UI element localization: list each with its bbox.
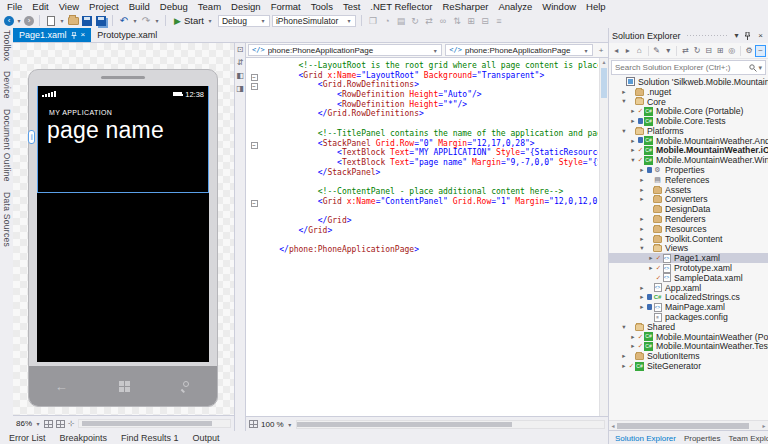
snapline-icon[interactable]: ⊹ [68, 419, 75, 428]
doc-tab-page1-xaml[interactable]: Page1.xaml× [13, 28, 91, 42]
tree-item-mobile-mountainweather-tests[interactable]: ▸✓Mobile.MountainWeather.Tests [609, 342, 768, 352]
menu-view[interactable]: View [54, 0, 84, 13]
menu-file[interactable]: File [2, 0, 27, 13]
link-disabled-icon[interactable]: ∞ [437, 15, 449, 27]
editor-horizontal-scrollbar[interactable] [296, 420, 605, 429]
new-file-dropdown-icon[interactable]: ▾ [59, 17, 65, 24]
tree-item-designdata[interactable]: DesignData [609, 204, 768, 214]
undo-icon[interactable]: ↶ [118, 15, 130, 27]
menu-debug[interactable]: Debug [155, 0, 193, 13]
tree-item-mobile-mountainweather-android[interactable]: ▸Mobile.MountainWeather.Android [609, 136, 768, 146]
pin-icon[interactable] [71, 32, 77, 39]
solution-explorer-header[interactable]: Solution Explorer ▾ × [609, 28, 768, 43]
expander-closed-icon[interactable]: ▸ [629, 107, 637, 115]
start-debug-button[interactable]: ▶ Start ▾ [171, 15, 216, 26]
show-grid-icon[interactable] [44, 420, 53, 428]
code-line[interactable] [248, 206, 598, 216]
search-input[interactable] [612, 63, 749, 72]
tree-item-solution-silkweb-mobile-mountainweather-8-projects-[interactable]: Solution 'Silkweb.Mobile.MountainWeather… [609, 77, 768, 87]
side-tab-data-sources[interactable]: Data Sources [2, 192, 12, 247]
panel-tab-error-list[interactable]: Error List [3, 433, 52, 443]
home-icon[interactable]: ⌂ [634, 45, 645, 57]
scroll-up-icon[interactable]: ▲ [600, 58, 608, 66]
tool-tab-team-explorer[interactable]: Team Explorer [724, 434, 768, 443]
history-disabled-icon[interactable]: ↻ [409, 15, 421, 27]
tree-item-mobile-mountainweather-ios[interactable]: ▸✓Mobile.MountainWeather.iOS [609, 146, 768, 156]
expander-closed-icon[interactable]: ▸ [638, 303, 646, 311]
panel-tab-find-results-1[interactable]: Find Results 1 [115, 433, 185, 443]
menu-format[interactable]: Format [266, 0, 306, 13]
expander-open-icon[interactable]: ▾ [620, 127, 628, 135]
navigate-forward-icon[interactable]: ▸ [623, 45, 634, 57]
swap-panes-icon[interactable]: ⊡ [237, 45, 244, 54]
tree-item-sitegenerator[interactable]: ▸✓SiteGenerator [609, 361, 768, 371]
close-icon[interactable]: × [81, 31, 86, 39]
save-icon[interactable] [81, 15, 93, 27]
element-dropdown-right[interactable]: </> phone:PhoneApplicationPage ▾ [445, 44, 593, 56]
expander-closed-icon[interactable]: ▸ [638, 293, 646, 301]
undo-dropdown-icon[interactable]: ▾ [132, 17, 138, 24]
tree-item-app-xaml[interactable]: ▸App.xaml [609, 283, 768, 293]
adorner-margin-handle[interactable]: ∥ [28, 130, 35, 144]
menu-build[interactable]: Build [124, 0, 155, 13]
expander-open-icon[interactable]: ▾ [620, 323, 628, 331]
tree-item-mainpage-xaml[interactable]: ▸MainPage.xaml [609, 302, 768, 312]
expander-closed-icon[interactable]: ▸ [638, 195, 646, 203]
designer-xaml-splitter[interactable]: ⊡⇵◧◨ [234, 43, 246, 431]
solution-explorer-search[interactable]: ▾ [611, 60, 766, 75]
solution-explorer-horizontal-scrollbar[interactable]: ◄ ► [609, 420, 768, 430]
sync-disabled-icon[interactable]: ⇅ [451, 15, 463, 27]
side-tab-document-outline[interactable]: Document Outline [2, 109, 12, 182]
open-file-icon[interactable] [67, 15, 79, 27]
menu-tools[interactable]: Tools [306, 0, 338, 13]
profiler-icon[interactable]: ◔ [381, 15, 393, 27]
fold-gutter[interactable]: − [248, 197, 260, 207]
code-line[interactable] [248, 119, 598, 129]
expand-xaml-icon[interactable]: ◨ [236, 84, 244, 93]
tree-item-toolkit-content[interactable]: ▸Toolkit.Content [609, 234, 768, 244]
expand-design-icon[interactable]: ◧ [236, 71, 244, 80]
navigate-back-icon[interactable]: ◂ [611, 45, 622, 57]
deployment-target-dropdown[interactable]: iPhoneSimulator ▾ [272, 15, 356, 27]
tree-item-converters[interactable]: ▸Converters [609, 195, 768, 205]
menu-edit[interactable]: Edit [27, 0, 53, 13]
code-line[interactable]: <!--TitlePanel contains the name of the … [248, 129, 598, 139]
navigate-back-dropdown-icon[interactable]: ▾ [16, 17, 22, 24]
tree-item-packages-config[interactable]: packages.config [609, 312, 768, 322]
tree-item-renderers[interactable]: ▸Renderers [609, 214, 768, 224]
zoom-dropdown-icon[interactable]: ▾ [287, 421, 293, 428]
menu-project[interactable]: Project [84, 0, 124, 13]
expander-closed-icon[interactable]: ▸ [638, 235, 646, 243]
expander-open-icon[interactable]: ▾ [629, 156, 637, 164]
drag-grip[interactable] [686, 34, 727, 38]
menu-analyze[interactable]: Analyze [493, 0, 537, 13]
redo-icon[interactable]: ↷ [140, 15, 152, 27]
shelve-disabled-icon[interactable]: ⊞ [465, 15, 477, 27]
code-line[interactable] [248, 177, 598, 187]
code-line[interactable]: </phone:PhoneApplicationPage> [248, 245, 598, 255]
navigate-forward-icon[interactable]: › [24, 16, 34, 26]
navigate-back-icon[interactable]: ‹ [4, 16, 14, 26]
tree-item-assets[interactable]: ▸Assets [609, 185, 768, 195]
code-line[interactable]: <RowDefinition Height="Auto"/> [248, 90, 598, 100]
redo-dropdown-icon[interactable]: ▾ [154, 17, 160, 24]
phone-screen[interactable]: 12:38 MY APPLICATION page name [37, 86, 209, 362]
tree-item-platforms[interactable]: ▾Platforms [609, 126, 768, 136]
code-line[interactable]: </Grid> [248, 226, 598, 236]
vertical-split-icon[interactable]: ⇵ [237, 58, 244, 67]
code-line[interactable]: − <Grid x:Name="ContentPanel" Grid.Row="… [248, 197, 598, 207]
menu--net-reflector[interactable]: .NET Reflector [365, 0, 437, 13]
panel-tab-output[interactable]: Output [187, 433, 226, 443]
tool-tab-solution-explorer[interactable]: Solution Explorer [611, 434, 680, 443]
tree-item-resources[interactable]: ▸Resources [609, 224, 768, 234]
search-options-icon[interactable]: ▾ [758, 64, 762, 72]
scroll-right-icon[interactable]: ► [760, 423, 768, 429]
show-all-files-icon[interactable]: ⊞ [715, 45, 726, 57]
menu-team[interactable]: Team [193, 0, 226, 13]
code-line[interactable]: <TextBlock Text="page name" Margin="9,-7… [248, 158, 598, 168]
workitem-disabled-icon[interactable]: ≡ [493, 15, 505, 27]
pin-icon[interactable] [744, 32, 753, 40]
code-line[interactable]: − <Grid.RowDefinitions> [248, 80, 598, 90]
window-position-icon[interactable]: ▾ [732, 31, 741, 40]
app-title-textblock[interactable]: MY APPLICATION [49, 109, 209, 116]
